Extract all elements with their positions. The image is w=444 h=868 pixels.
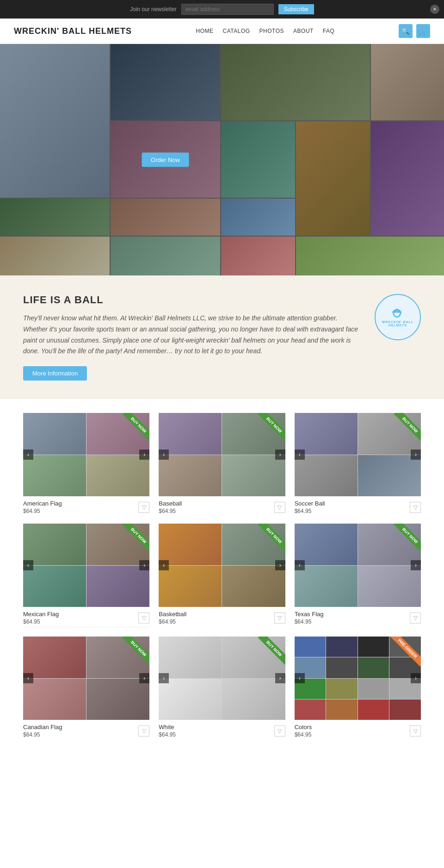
product-img-cell-b3 (159, 566, 222, 607)
hero-photo-10 (111, 199, 220, 236)
cart-button[interactable]: 🛒 (416, 24, 430, 38)
order-now-button[interactable]: Order Now (142, 152, 189, 167)
product-white: BUY NOW ‹ › White $64.95 ▽ (159, 637, 285, 738)
carousel-prev-baseball[interactable]: ‹ (159, 450, 169, 460)
carousel-prev-texas[interactable]: ‹ (295, 560, 305, 570)
hero-photo-3 (221, 44, 370, 120)
color-swatch-darkgreen (358, 657, 389, 678)
color-swatch-orange (326, 699, 358, 720)
product-soccer-ball: BUY NOW ‹ › Soccer Ball $64.95 ▽ (295, 413, 421, 514)
carousel-next-american-flag[interactable]: › (139, 450, 149, 460)
hero-photo-1 (0, 44, 110, 198)
product-img-cell-m1 (23, 524, 86, 565)
product-price-soccer: $64.95 (295, 508, 325, 514)
product-basketball-image: BUY NOW ‹ › (159, 524, 285, 607)
info-body: They'll never know what hit them. At Wre… (23, 313, 361, 357)
product-price-texas: $64.95 (295, 618, 324, 625)
wishlist-texas[interactable]: ▽ (410, 612, 421, 624)
color-swatch-navy (326, 637, 358, 657)
wishlist-colors[interactable]: ▽ (410, 725, 421, 737)
wishlist-canadian[interactable]: ▽ (138, 725, 149, 737)
buy-now-badge-mexican: BUY NOW (123, 524, 150, 552)
cart-icon: 🛒 (419, 27, 427, 35)
carousel-prev-basketball[interactable]: ‹ (159, 560, 169, 570)
subscribe-button[interactable]: Subscribe (278, 4, 314, 14)
helmet-logo-icon: ⛑ (382, 307, 414, 320)
carousel-prev-mexican[interactable]: ‹ (23, 560, 33, 570)
carousel-next-canadian[interactable]: › (139, 673, 149, 683)
color-swatch-black (358, 637, 389, 657)
product-img-cell-3 (23, 455, 86, 497)
buy-now-ribbon-soccer: BUY NOW (388, 413, 421, 445)
search-button[interactable]: 🔍 (399, 24, 413, 38)
product-price-basketball: $64.95 (159, 618, 186, 625)
wishlist-baseball[interactable]: ▽ (274, 502, 285, 513)
pre-order-badge-colors: PRE-ORDER (389, 637, 421, 667)
products-section: BUY NOW ‹ › American Flag $64.95 ▽ (0, 399, 444, 752)
product-name-mexican: Mexican Flag (23, 611, 59, 618)
carousel-next-colors[interactable]: › (411, 673, 421, 683)
product-img-cell-ca1 (23, 637, 86, 678)
email-input[interactable] (181, 4, 274, 15)
nav-about[interactable]: ABOUT (293, 28, 314, 34)
carousel-next-mexican[interactable]: › (139, 560, 149, 570)
products-row-2: BUY NOW ‹ › Mexican Flag $64.95 ▽ (23, 524, 421, 627)
product-name-white: White (159, 724, 176, 731)
nav-catalog[interactable]: CATALOG (223, 28, 250, 34)
more-info-button[interactable]: More Information (23, 366, 87, 381)
nav-photos[interactable]: PHOTOS (259, 28, 284, 34)
carousel-prev-american-flag[interactable]: ‹ (23, 450, 33, 460)
site-logo[interactable]: WRECKIN' BALL HELMETS (14, 26, 132, 36)
color-swatch-olive (326, 679, 358, 699)
carousel-prev-soccer[interactable]: ‹ (295, 450, 305, 460)
hero-photo-2 (111, 44, 220, 120)
top-banner: Join our newsletter Subscribe × (0, 0, 444, 19)
wishlist-american-flag[interactable]: ▽ (138, 502, 149, 513)
product-img-cell-b1 (159, 524, 222, 565)
product-img-cell-11 (295, 455, 358, 497)
buy-now-ribbon-baseball: BUY NOW (253, 413, 285, 445)
hero-photo-14 (221, 237, 295, 275)
search-icon: 🔍 (401, 27, 409, 35)
product-img-cell-5 (159, 413, 222, 455)
hero-photo-12 (0, 237, 110, 275)
nav-faq[interactable]: FAQ (323, 28, 335, 34)
carousel-next-baseball[interactable]: › (275, 450, 285, 460)
wishlist-soccer[interactable]: ▽ (410, 502, 421, 513)
nav-home[interactable]: HOME (196, 28, 214, 34)
carousel-next-white[interactable]: › (275, 673, 285, 683)
buy-now-ribbon-white: BUY NOW (253, 637, 285, 669)
product-american-flag: BUY NOW ‹ › American Flag $64.95 ▽ (23, 413, 149, 514)
buy-now-ribbon-canadian: BUY NOW (117, 637, 149, 669)
wishlist-white[interactable]: ▽ (274, 725, 285, 737)
info-text-block: LIFE IS A BALL They'll never know what h… (23, 294, 361, 381)
product-img-cell-w3 (159, 679, 222, 720)
hero-photo-6 (221, 121, 295, 198)
product-white-image: BUY NOW ‹ › (159, 637, 285, 720)
carousel-next-soccer[interactable]: › (411, 450, 421, 460)
wishlist-mexican[interactable]: ▽ (138, 612, 149, 624)
wishlist-basketball[interactable]: ▽ (274, 612, 285, 624)
info-heading: LIFE IS A BALL (23, 294, 361, 306)
product-img-cell-w1 (159, 637, 222, 678)
carousel-next-basketball[interactable]: › (275, 560, 285, 570)
hero-photo-9 (0, 199, 110, 236)
product-img-cell-b4 (222, 566, 285, 607)
product-price-canadian: $64.95 (23, 731, 62, 738)
carousel-prev-colors[interactable]: ‹ (295, 673, 305, 683)
carousel-next-texas[interactable]: › (411, 560, 421, 570)
close-banner-button[interactable]: × (430, 5, 439, 14)
buy-now-ribbon-mexican: BUY NOW (117, 524, 149, 556)
product-name-soccer: Soccer Ball (295, 500, 325, 507)
product-img-cell-t3 (295, 566, 358, 607)
nav-icons: 🔍 🛒 (399, 24, 430, 38)
product-baseball: BUY NOW ‹ › Baseball $64.95 ▽ (159, 413, 285, 514)
carousel-prev-canadian[interactable]: ‹ (23, 673, 33, 683)
hero-photo-7 (296, 121, 370, 236)
carousel-prev-white[interactable]: ‹ (159, 673, 169, 683)
color-swatch-blue (295, 637, 326, 657)
product-name-canadian: Canadian Flag (23, 724, 62, 731)
product-img-cell-ca3 (23, 679, 86, 720)
buy-now-badge-baseball: BUY NOW (258, 413, 285, 441)
hero-photo-15 (296, 237, 444, 275)
